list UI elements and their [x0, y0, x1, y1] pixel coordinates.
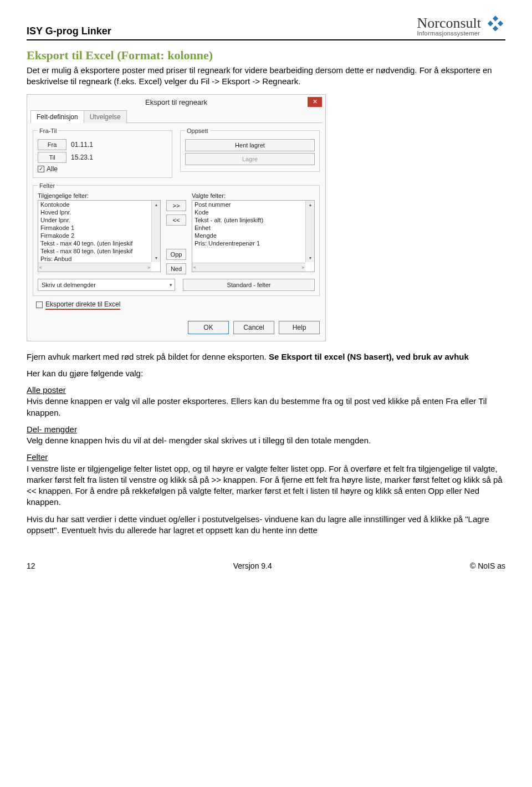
alle-checkbox[interactable]: ✓	[38, 166, 44, 172]
fra-value: 01.11.1	[71, 141, 93, 149]
version-label: Versjon 9.4	[233, 561, 272, 570]
selected-label: Valgte felter:	[192, 192, 315, 199]
tab-felt-definisjon[interactable]: Felt-definisjon	[30, 110, 84, 123]
page-footer: 12 Versjon 9.4 © NoIS as	[27, 561, 505, 570]
page-header: ISY G-prog Linker Norconsult Informasjon…	[27, 16, 505, 40]
copyright: © NoIS as	[470, 561, 505, 570]
felter-heading: Felter	[27, 452, 48, 462]
fra-button[interactable]: Fra	[38, 139, 66, 150]
list-item[interactable]: Firmakode 2	[38, 232, 160, 239]
up-button[interactable]: Opp	[166, 249, 186, 260]
chevron-down-icon: ▾	[170, 282, 172, 288]
felter-section: Felter I venstre liste er tilgjengelige …	[27, 452, 505, 508]
intro-paragraph: Det er mulig å eksportere poster med pri…	[27, 65, 505, 88]
list-item[interactable]: Hoved lpnr.	[38, 208, 160, 216]
list-item[interactable]: Firmakode 1	[38, 224, 160, 232]
felter-legend: Felter	[38, 182, 57, 189]
til-button[interactable]: Til	[38, 152, 66, 163]
page-number: 12	[27, 561, 35, 570]
svg-rect-3	[493, 25, 498, 31]
list-item[interactable]: Kontokode	[38, 201, 160, 208]
alle-poster-body: Hvis denne knappen er valg vil alle post…	[27, 396, 487, 417]
alle-poster-heading: Alle poster	[27, 385, 66, 395]
logo-text-sub: Informasjonssystemer	[417, 30, 480, 37]
available-label: Tilgjengelige felter:	[38, 192, 161, 199]
logo-text-main: Norconsult	[417, 16, 481, 30]
choices-intro: Her kan du gjøre følgende valg:	[27, 368, 505, 379]
del-mengder-heading: Del- mengder	[27, 425, 77, 434]
dialog-screenshot: Eksport til regneark ✕ Felt-definisjon U…	[27, 94, 505, 341]
available-listbox[interactable]: KontokodeHoved lpnr.Under lpnr.Firmakode…	[38, 200, 161, 272]
dialog-title: Eksport til regneark	[145, 98, 207, 106]
scrollbar-v-icon[interactable]: ▴▾	[151, 201, 160, 262]
svg-rect-1	[488, 21, 493, 26]
del-mengder-body: Velg denne knappen hvis du vil at del- m…	[27, 436, 371, 445]
list-item[interactable]: Kode	[192, 208, 314, 216]
list-item[interactable]: Pris: Underentrepenør 1	[192, 239, 314, 247]
list-item[interactable]: Pris: Anbud	[38, 255, 160, 263]
lagre-paragraph: Hvis du har satt verdier i dette vinduet…	[27, 514, 505, 536]
list-item[interactable]: Mengde	[192, 232, 314, 239]
svg-rect-0	[493, 16, 498, 21]
down-button[interactable]: Ned	[166, 263, 186, 274]
list-item[interactable]: Under lpnr.	[38, 216, 160, 224]
fratil-legend: Fra-Til	[38, 127, 58, 134]
alle-poster-section: Alle poster Hvis denne knappen er valg v…	[27, 385, 505, 418]
del-mengder-section: Del- mengder Velg denne knappen hvis du …	[27, 424, 505, 447]
combo-label: Skriv ut delmengder	[42, 282, 96, 288]
post-dialog-text: Fjern avhuk markert med rød strek på bil…	[27, 352, 269, 361]
cancel-button[interactable]: Cancel	[233, 321, 274, 334]
felter-body: I venstre liste er tilgjengelige felter …	[27, 464, 503, 507]
export-excel-checkbox[interactable]	[36, 301, 43, 308]
close-icon[interactable]: ✕	[308, 97, 322, 107]
add-button[interactable]: >>	[166, 200, 186, 211]
ok-button[interactable]: OK	[188, 321, 229, 334]
delmengder-combo[interactable]: Skriv ut delmengder ▾	[38, 279, 175, 291]
alle-label: Alle	[47, 165, 58, 173]
post-dialog-paragraph: Fjern avhuk markert med rød strek på bil…	[27, 351, 505, 362]
company-logo: Norconsult Informasjonssystemer	[417, 16, 505, 37]
scrollbar-h-icon[interactable]: <>	[38, 263, 151, 272]
selected-listbox[interactable]: Post nummerKodeTekst - alt. (uten linjes…	[192, 200, 315, 272]
list-item[interactable]: Enhet	[192, 224, 314, 232]
post-dialog-bold: Se Eksport til excel (NS basert), ved br…	[269, 352, 469, 361]
logo-diamond-icon	[485, 16, 505, 37]
lagre-button[interactable]: Lagre	[185, 153, 315, 165]
hent-lagret-button[interactable]: Hent lagret	[185, 139, 315, 151]
oppsett-legend: Oppsett	[185, 127, 210, 134]
list-item[interactable]: Post nummer	[192, 201, 314, 208]
scrollbar-v-icon[interactable]: ▴▾	[305, 201, 314, 262]
page-title: Eksport til Excel (Format: kolonne)	[27, 48, 505, 63]
standard-felter-button[interactable]: Standard - felter	[183, 279, 315, 291]
list-item[interactable]: Tekst - max 40 tegn. (uten linjeskif	[38, 239, 160, 247]
svg-rect-2	[498, 21, 503, 26]
til-value: 15.23.1	[71, 154, 93, 161]
remove-button[interactable]: <<	[166, 214, 186, 226]
tab-utvelgelse[interactable]: Utvelgelse	[84, 110, 127, 123]
help-button[interactable]: Help	[279, 321, 320, 334]
scrollbar-h-icon[interactable]: <>	[192, 263, 305, 272]
export-excel-label: Eksporter direkte til Excel	[45, 300, 120, 310]
list-item[interactable]: Tekst - alt. (uten linjeskift)	[192, 216, 314, 224]
list-item[interactable]: Tekst - max 80 tegn. (uten linjeskif	[38, 247, 160, 255]
product-name: ISY G-prog Linker	[27, 25, 111, 37]
